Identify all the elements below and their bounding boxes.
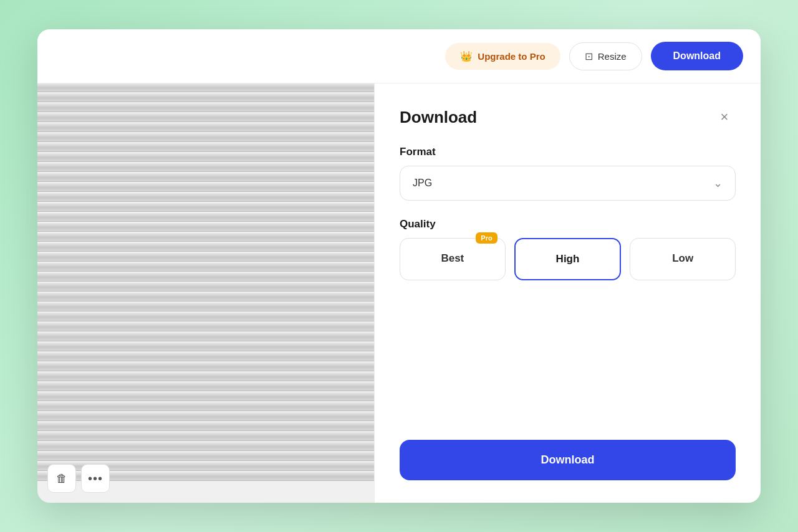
download-header-button[interactable]: Download xyxy=(651,42,743,70)
quality-best-label: Best xyxy=(441,252,464,264)
chevron-down-icon: ⌄ xyxy=(713,176,723,190)
format-dropdown-display[interactable]: JPG ⌄ xyxy=(400,166,736,201)
trash-icon: 🗑 xyxy=(56,472,67,485)
close-button[interactable]: × xyxy=(713,106,736,128)
resize-label: Resize xyxy=(598,51,627,62)
download-btn-label: Download xyxy=(541,454,595,466)
quality-section: Quality Pro Best High Low xyxy=(400,218,736,280)
main-content: 🗑 ••• collage Download × Format xyxy=(37,83,761,503)
crown-icon: 👑 xyxy=(460,50,473,62)
resize-button[interactable]: ⊡ Resize xyxy=(569,42,642,70)
more-icon: ••• xyxy=(88,472,103,486)
modal-title: Download xyxy=(400,108,477,127)
modal-header: Download × xyxy=(400,106,736,128)
format-dropdown[interactable]: JPG ⌄ xyxy=(400,166,736,201)
more-options-button[interactable]: ••• xyxy=(81,464,110,493)
bottom-toolbar: 🗑 ••• xyxy=(47,464,110,493)
upgrade-label: Upgrade to Pro xyxy=(478,51,545,62)
download-header-label: Download xyxy=(673,50,721,61)
quality-low-label: Low xyxy=(672,252,693,264)
quality-options: Pro Best High Low xyxy=(400,238,736,280)
quality-section-label: Quality xyxy=(400,218,736,230)
close-icon: × xyxy=(721,109,729,125)
resize-icon: ⊡ xyxy=(585,50,593,62)
quality-high-option[interactable]: High xyxy=(514,238,622,280)
pro-badge: Pro xyxy=(476,232,497,244)
app-container: 👑 Upgrade to Pro ⊡ Resize Download xyxy=(37,29,761,503)
download-modal: Download × Format JPG ⌄ Quality xyxy=(374,83,761,503)
delete-button[interactable]: 🗑 xyxy=(47,464,76,493)
upgrade-button[interactable]: 👑 Upgrade to Pro xyxy=(445,43,560,70)
quality-high-label: High xyxy=(556,253,580,265)
format-section-label: Format xyxy=(400,146,736,158)
quality-low-option[interactable]: Low xyxy=(630,238,736,280)
quality-best-option[interactable]: Pro Best xyxy=(400,238,506,280)
modal-spacer xyxy=(400,298,736,422)
format-section: Format JPG ⌄ xyxy=(400,146,736,201)
download-button[interactable]: Download xyxy=(400,440,736,480)
format-selected-value: JPG xyxy=(413,178,432,189)
top-bar: 👑 Upgrade to Pro ⊡ Resize Download xyxy=(37,29,761,83)
